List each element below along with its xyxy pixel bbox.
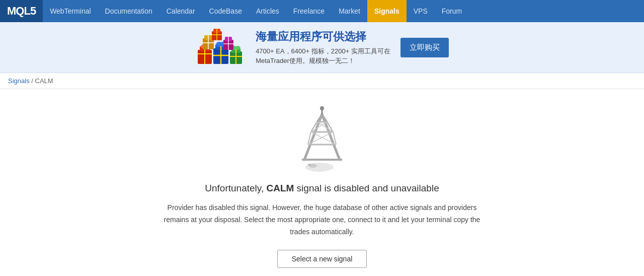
banner-text-block: 海量应用程序可供选择 4700+ EA，6400+ 指标，2200+ 实用工具可… xyxy=(256,29,390,66)
breadcrumb-signals-link[interactable]: Signals xyxy=(8,77,30,85)
heading-bold: CALM xyxy=(266,183,294,193)
nav-link-webterminal[interactable]: WebTerminal xyxy=(43,0,98,22)
breadcrumb-separator: / xyxy=(31,77,35,85)
nav-item-articles[interactable]: Articles xyxy=(249,0,286,22)
nav-item-freelance[interactable]: Freelance xyxy=(286,0,332,22)
nav-links: WebTerminal Documentation Calendar CodeB… xyxy=(43,0,469,22)
nav-item-documentation[interactable]: Documentation xyxy=(98,0,159,22)
banner-main-text: 海量应用程序可供选择 xyxy=(256,29,390,44)
heading-post: signal is disabled and unavailable xyxy=(294,183,439,193)
banner-buy-button[interactable]: 立即购买 xyxy=(400,38,449,57)
breadcrumb: Signals / CALM xyxy=(0,73,644,89)
logo-text: MQL5 xyxy=(7,5,36,18)
logo[interactable]: MQL5 xyxy=(0,0,43,22)
nav-item-webterminal[interactable]: WebTerminal xyxy=(43,0,98,22)
navbar: MQL5 WebTerminal Documentation Calendar … xyxy=(0,0,644,22)
nav-link-market[interactable]: Market xyxy=(332,0,367,22)
banner-sub-text: 4700+ EA，6400+ 指标，2200+ 实用工具可在MetaTrader… xyxy=(256,46,390,66)
svg-rect-50 xyxy=(308,164,311,166)
svg-point-46 xyxy=(320,106,324,110)
breadcrumb-current: CALM xyxy=(35,77,53,85)
signal-tower-svg xyxy=(287,104,357,175)
nav-link-codebase[interactable]: CodeBase xyxy=(202,0,249,22)
nav-item-signals[interactable]: Signals xyxy=(367,0,407,22)
nav-link-signals[interactable]: Signals xyxy=(367,0,407,22)
nav-item-codebase[interactable]: CodeBase xyxy=(202,0,249,22)
banner: 海量应用程序可供选择 4700+ EA，6400+ 指标，2200+ 实用工具可… xyxy=(0,22,644,73)
nav-item-vps[interactable]: VPS xyxy=(407,0,435,22)
nav-item-calendar[interactable]: Calendar xyxy=(159,0,202,22)
select-new-signal-button[interactable]: Select a new signal xyxy=(277,250,367,268)
nav-item-market[interactable]: Market xyxy=(332,0,367,22)
banner-gift-image xyxy=(195,27,246,67)
main-content: Unfortunately, CALM signal is disabled a… xyxy=(0,89,644,276)
nav-link-calendar[interactable]: Calendar xyxy=(159,0,202,22)
nav-item-forum[interactable]: Forum xyxy=(435,0,469,22)
nav-link-vps[interactable]: VPS xyxy=(407,0,435,22)
heading-pre: Unfortunately, xyxy=(205,183,266,193)
description-text: Provider has disabled this signal. Howev… xyxy=(161,202,483,238)
nav-link-freelance[interactable]: Freelance xyxy=(286,0,332,22)
nav-link-documentation[interactable]: Documentation xyxy=(98,0,159,22)
nav-link-articles[interactable]: Articles xyxy=(249,0,286,22)
disabled-heading: Unfortunately, CALM signal is disabled a… xyxy=(205,183,439,194)
signal-illustration xyxy=(287,104,357,175)
nav-link-forum[interactable]: Forum xyxy=(435,0,469,22)
gift-pile-svg xyxy=(195,27,246,67)
